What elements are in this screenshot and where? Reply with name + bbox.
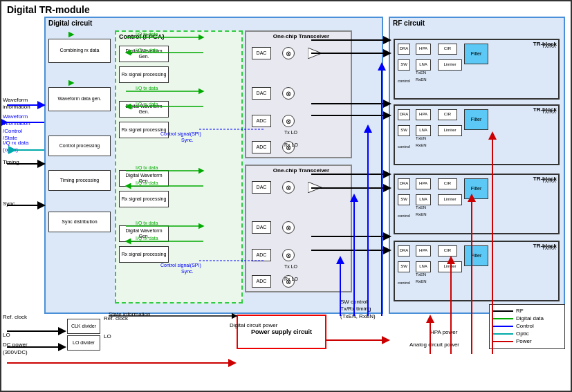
limiter-3: Limiter <box>438 194 462 205</box>
tx-rx-label-4: TX/RX <box>542 245 556 250</box>
adc-2a: ADC <box>252 249 271 261</box>
sw-3: SW <box>398 194 410 205</box>
legend-box: RF Digital data Control Optic Power <box>489 304 565 349</box>
mixer-1b: ⊗ <box>282 87 295 100</box>
transceiver-block-2: One-chip Transceiver DAC DAC ADC ADC ⊗ ⊗… <box>245 165 352 292</box>
dra-2: DRA <box>398 109 410 120</box>
legend-control: Control <box>492 323 562 329</box>
rx-signal-processing-4: Rx signal processing <box>119 246 169 263</box>
control-label-2: control <box>398 144 410 149</box>
waveform-data-gen: Waveform data gen. <box>48 87 111 111</box>
legend-digital: Digital data <box>492 315 562 321</box>
tx-rx-label-2: TX/RX <box>542 109 556 114</box>
hpa-4: HPA <box>416 245 431 256</box>
sw-4: SW <box>398 261 410 272</box>
limiter-2: Limiter <box>438 125 462 136</box>
tx-rx-label-1: TX/RX <box>542 44 556 48</box>
cir-1: CIR <box>438 44 457 55</box>
filter-3: Filter <box>464 178 488 199</box>
digital-circuit-power-label: Digital circuit power <box>230 322 277 328</box>
iq-rx-data-label-1: I/Q rx data <box>136 48 158 53</box>
power-supply-block: Power supply circuit <box>237 315 326 349</box>
mixer-2a: ⊗ <box>282 181 295 194</box>
dra-3: DRA <box>398 178 410 189</box>
combining-rx-data: Combining rx data <box>48 39 111 63</box>
rf-circuit-label: RF circuit <box>393 19 425 27</box>
sync-label-1: Sync. <box>181 138 194 142</box>
lo-divider: LO divider <box>67 335 100 351</box>
filter-2: Filter <box>464 109 488 130</box>
svg-marker-1 <box>308 182 322 193</box>
iq-tx-data-label-1: I/Q tx data <box>136 32 158 37</box>
digital-circuit-block: Digital circuit Control (FPGA) Digital W… <box>44 17 383 314</box>
filter-1: Filter <box>464 44 488 64</box>
iq-rx-data-label-4: I/Q rx data <box>136 236 158 241</box>
control-spi-label-1: Control signal(SPI) <box>160 131 201 136</box>
dac-2a: DAC <box>252 181 271 194</box>
filter-4: Filter <box>464 245 488 266</box>
mixer-1c: ⊗ <box>282 115 295 127</box>
tx-rx-label-3: TX/RX <box>542 178 556 183</box>
cir-3: CIR <box>438 178 457 189</box>
lo-label-bottom: LO <box>104 333 111 339</box>
rx-signal-processing-1: Rx signal processing <box>119 66 169 83</box>
iq-tx-data-label-2: I/Q tx data <box>136 86 158 91</box>
sw-2: SW <box>398 125 410 136</box>
transceiver-block-1: One-chip Transceiver DAC DAC ADC ADC ⊗ ⊗… <box>245 30 352 158</box>
dra-4: DRA <box>398 245 410 256</box>
cir-2: CIR <box>438 109 457 120</box>
svg-marker-0 <box>308 48 322 59</box>
lna-4: LNA <box>416 261 431 272</box>
legend-power: Power <box>492 338 562 344</box>
mixer-2b: ⊗ <box>282 221 295 234</box>
tr-block-3: TR-block DRA HPA CIR Filter SW LNA Limit… <box>394 174 560 234</box>
hpa-power-label: HPA power <box>430 329 457 335</box>
clk-divider: CLK divider <box>67 319 100 334</box>
sync-label-2: Sync. <box>181 269 194 274</box>
txen-label-3: TxEN <box>416 205 426 209</box>
adc-2b: ADC <box>252 275 271 288</box>
rxen-label-4: RxEN <box>416 279 427 283</box>
sw-1: SW <box>398 59 410 71</box>
rxen-label-2: RxEN <box>416 143 427 147</box>
iq-rx-data-label-3: I/Q rx data <box>136 180 158 185</box>
rx-lo-label-2: Rx LO <box>284 277 298 281</box>
transceiver-1-label: One-chip Transceiver <box>249 33 353 39</box>
amp-2a <box>307 181 322 194</box>
sw-control-label: SW controlTx/Rx timing(TxEN, RxEN) <box>340 299 376 320</box>
legend-rf: RF <box>492 308 562 314</box>
txen-label-2: TxEN <box>416 136 426 140</box>
ref-clock-ext-label: Ref. clock <box>3 314 27 320</box>
waveform-info-label: Waveforminformation <box>3 97 43 111</box>
main-title: Digital TR-module <box>7 4 90 15</box>
analog-circuit-power-label: Analog circuit power <box>409 342 459 348</box>
hpa-2: HPA <box>416 109 431 120</box>
limiter-4: Limiter <box>438 261 462 272</box>
timing-processing: Timing processing <box>48 170 111 191</box>
cir-4: CIR <box>438 245 457 256</box>
lna-3: LNA <box>416 194 431 205</box>
legend-optic: Optic <box>492 330 562 337</box>
tr-block-1: TR-block DRA HPA CIR Filter SW LNA Limit… <box>394 39 560 100</box>
adc-1b: ADC <box>252 141 271 153</box>
adc-1a: ADC <box>252 115 271 127</box>
dac-2b: DAC <box>252 221 271 234</box>
iq-tx-data-label-3: I/Q tx data <box>136 165 158 170</box>
state-info-label: State information <box>109 311 150 317</box>
iq-rx-data-label-2: I/Q rx data <box>136 102 158 106</box>
txen-label-1: TxEN <box>416 71 426 75</box>
amp-1a <box>307 47 322 59</box>
tx-lo-label-2: Tx LO <box>284 264 297 269</box>
sync-distribution: Sync distribution <box>48 212 111 232</box>
limiter-1: Limiter <box>438 59 462 71</box>
hpa-3: HPA <box>416 178 431 189</box>
tx-lo-label: Tx LO <box>284 130 297 135</box>
control-label-1: control <box>398 79 410 83</box>
iq-tx-data-label-4: I/Q tx data <box>136 221 158 225</box>
dac-1b: DAC <box>252 87 271 100</box>
control-spi-label-2: Control signal(SPI) <box>160 263 201 268</box>
mixer-2c: ⊗ <box>282 249 295 261</box>
rx-lo-label: Rx LO <box>284 142 298 147</box>
hpa-1: HPA <box>416 44 431 55</box>
mixer-1a: ⊗ <box>282 47 295 59</box>
